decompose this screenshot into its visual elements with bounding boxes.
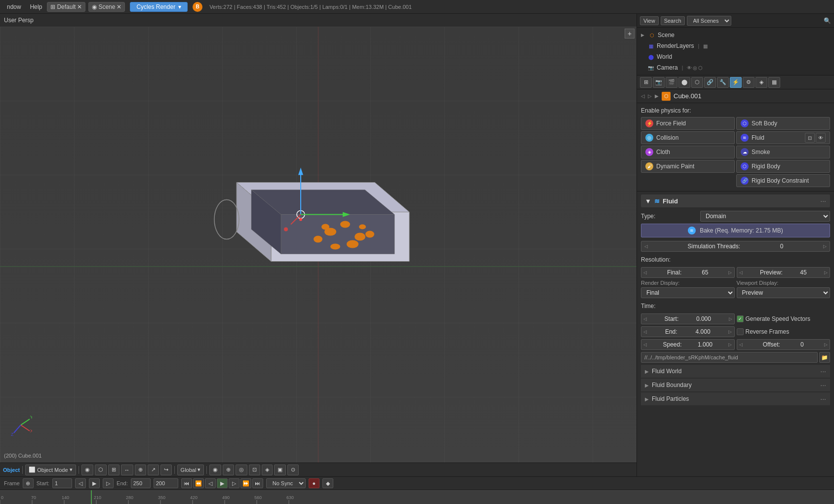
breadcrumb-back-icon[interactable]: ◁	[641, 93, 645, 99]
texture-props-btn[interactable]: ▦	[768, 77, 780, 88]
rigid-body-btn[interactable]: ⬡ Rigid Body	[736, 160, 830, 173]
bake-button[interactable]: ≋ Bake (Req. Memory: 21.75 MB)	[641, 224, 830, 237]
cloth-btn[interactable]: ◈ Cloth	[641, 146, 735, 158]
visibility-btn1[interactable]: ◉	[209, 465, 221, 475]
transform-btn[interactable]: ↔	[121, 465, 133, 475]
arrow-btn[interactable]: ↗	[148, 465, 159, 475]
layout-selector[interactable]: ⊞ Default ✕	[47, 2, 85, 12]
collision-btn[interactable]: ◎ Collision	[641, 131, 735, 144]
render-btn3[interactable]: ▣	[274, 465, 286, 475]
prev-frame-btn[interactable]: ◁	[75, 478, 86, 488]
view-button[interactable]: View	[640, 16, 659, 25]
playback-btn[interactable]: ⊕	[23, 478, 34, 488]
material-props-btn[interactable]: ◈	[755, 77, 767, 88]
cache-path-input[interactable]	[641, 352, 818, 363]
speed-field[interactable]: ◁ Speed: 1.000 ▷	[641, 339, 735, 350]
tree-item-camera[interactable]: 📷 Camera | 👁 ◎ ⬡	[637, 62, 834, 73]
reverse-frames-checkbox[interactable]	[737, 328, 744, 335]
fluid-particles-header[interactable]: ▶ Fluid Particles ···	[641, 392, 830, 405]
tree-item-scene[interactable]: ▶ ⬡ Scene	[637, 30, 834, 40]
svg-point-26	[299, 218, 302, 221]
fluid-section-header[interactable]: ▼ ≋ Fluid ···	[641, 194, 830, 207]
viewport-display-selector[interactable]: Preview	[737, 287, 831, 298]
scene-props-btn[interactable]: 🎬	[666, 77, 677, 88]
jump-start-btn[interactable]: ⏮	[181, 478, 192, 488]
sim-threads-field[interactable]: ◁ Simulation Threads: 0 ▷	[641, 241, 830, 252]
fluid-boundary-header[interactable]: ▶ Fluid Boundary ···	[641, 379, 830, 391]
scene-selector[interactable]: ◉ Scene ✕	[88, 2, 125, 12]
render-btn4[interactable]: ⊙	[287, 465, 299, 475]
viewport-canvas[interactable]: Y X Z + (200) Cube.001	[0, 27, 636, 463]
search-button[interactable]: Search	[661, 16, 685, 25]
rigid-body-constraint-btn[interactable]: 🔗 Rigid Body Constraint	[736, 174, 830, 187]
menu-help[interactable]: Help	[26, 2, 46, 11]
viewport-wire-btn[interactable]: ⬡	[95, 465, 107, 475]
jump-end-btn[interactable]: ⏭	[252, 478, 263, 488]
start-value: 0.000	[696, 315, 711, 322]
record-btn[interactable]: ●	[309, 478, 319, 488]
next-frame-btn2[interactable]: ▷	[229, 478, 239, 488]
viewport-shade-btn[interactable]: ◉	[81, 465, 93, 475]
fluid-boundary-arrow: ▶	[645, 383, 649, 388]
object-props-btn[interactable]: ⬡	[691, 77, 703, 88]
constraint-props-btn[interactable]: 🔗	[704, 77, 716, 88]
axis-btn[interactable]: ⊕	[135, 465, 146, 475]
final-resolution-field[interactable]: ◁ Final: 65 ▷	[641, 267, 735, 278]
visibility-btn3[interactable]: ◎	[236, 465, 247, 475]
fluid-extra-btn1[interactable]: ⊡	[805, 133, 815, 143]
render-engine-selector[interactable]: Cycles Render ▾	[130, 2, 188, 12]
end-field[interactable]: ◁ End: 4.000 ▷	[641, 326, 735, 337]
curve-btn[interactable]: ↪	[160, 465, 172, 475]
fluid-btn[interactable]: ≋ Fluid ⊡ 👁	[736, 131, 830, 144]
render-btn2[interactable]: ◈	[262, 465, 273, 475]
tree-item-world[interactable]: ⬤ World	[637, 51, 834, 62]
sync-mode-selector[interactable]: No Sync	[266, 478, 306, 488]
start-frame-input[interactable]	[52, 478, 72, 488]
eye-icon[interactable]: 👁	[687, 65, 692, 71]
fluid-world-header[interactable]: ▶ Fluid World ···	[641, 365, 830, 378]
next-frame-btn[interactable]: ▷	[103, 478, 114, 488]
global-selector[interactable]: Global ▾	[177, 465, 204, 475]
render-props-btn[interactable]: 📷	[653, 77, 665, 88]
object-mode-btn[interactable]: ⬜ Object Mode ▾	[25, 465, 76, 475]
camera-restrict-icon[interactable]: ◎	[693, 65, 697, 71]
smoke-btn[interactable]: ☁ Smoke	[736, 146, 830, 158]
play-btn[interactable]: ▶	[89, 478, 100, 488]
breadcrumb-forward-icon[interactable]: ▷	[648, 93, 652, 99]
world-props-btn[interactable]: ⬤	[678, 77, 690, 88]
all-scenes-selector[interactable]: All Scenes	[687, 16, 731, 26]
dynamic-paint-btn[interactable]: 🖌 Dynamic Paint	[641, 160, 735, 173]
render-display-selector[interactable]: Final	[641, 287, 735, 298]
fluid-extra-btn2[interactable]: 👁	[816, 133, 826, 143]
force-field-btn[interactable]: ⚡ Force Field	[641, 117, 735, 130]
modifier-props-btn[interactable]: 🔧	[717, 77, 729, 88]
next-key-btn[interactable]: ⏩	[240, 478, 251, 488]
snap-btn[interactable]: ⊞	[108, 465, 119, 475]
particle-props-btn[interactable]: ⚡	[730, 77, 742, 88]
type-selector[interactable]: Domain	[700, 211, 830, 222]
timeline-ruler[interactable]: 0 70 140 210 280 350 420 490 560 630	[0, 490, 834, 504]
preview-resolution-field[interactable]: ◁ Preview: 45 ▷	[737, 267, 831, 278]
end-frame-input[interactable]	[131, 478, 151, 488]
start-field[interactable]: ◁ Start: 0.000 ▷	[641, 313, 735, 324]
camera-render-icon[interactable]: ⬡	[698, 65, 703, 71]
soft-body-btn[interactable]: ⬡ Soft Body	[736, 117, 830, 130]
visibility-btn2[interactable]: ⊕	[223, 465, 234, 475]
current-frame-input[interactable]	[154, 478, 178, 488]
main-content: User Persp	[0, 14, 834, 476]
tree-item-renderlayers[interactable]: ▦ RenderLayers | ▦	[637, 40, 834, 51]
layout-icon-btn[interactable]: ⊞	[640, 77, 652, 88]
marker-btn[interactable]: ◆	[322, 478, 333, 488]
render-btn1[interactable]: ⊡	[249, 465, 260, 475]
physics-props-btn[interactable]: ⚙	[743, 77, 755, 88]
menu-window[interactable]: ndow	[3, 2, 25, 11]
fluid-boundary-dots: ···	[820, 381, 826, 389]
preview-resolution-item: ◁ Preview: 45 ▷	[737, 267, 831, 278]
viewport-add-button[interactable]: +	[625, 29, 635, 39]
prev-key-btn[interactable]: ⏪	[193, 478, 204, 488]
play-btn2[interactable]: ▶	[217, 478, 228, 488]
cache-folder-btn[interactable]: 📁	[819, 352, 830, 363]
prev-frame-btn2[interactable]: ◁	[205, 478, 216, 488]
offset-field[interactable]: ◁ Offset: 0 ▷	[737, 339, 831, 350]
generate-speed-checkbox[interactable]: ✓	[737, 315, 744, 322]
